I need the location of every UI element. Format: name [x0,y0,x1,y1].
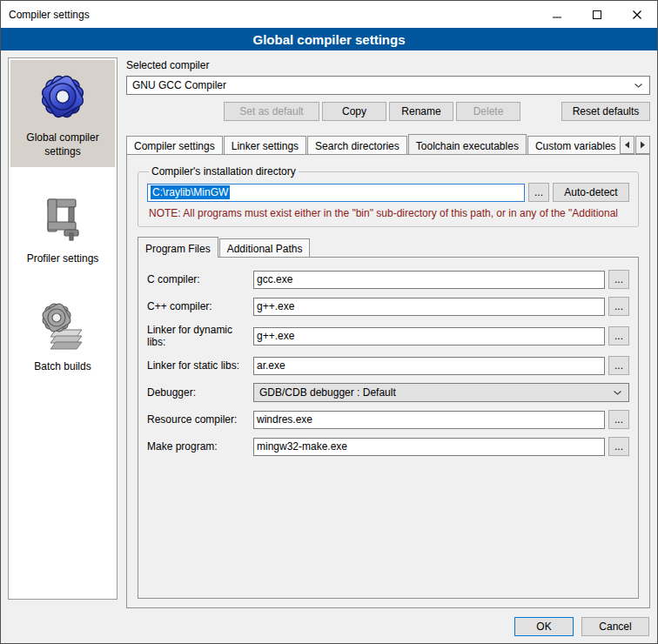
sidebar-item-profiler-settings[interactable]: Profiler settings [10,181,115,275]
make-program-input[interactable]: mingw32-make.exe [253,438,605,456]
copy-button[interactable]: Copy [322,102,386,121]
debugger-value: GDB/CDB debugger : Default [259,386,608,399]
cpp-compiler-browse-button[interactable]: ... [608,297,629,316]
resource-compiler-label: Resource compiler: [147,413,253,426]
tab-program-files[interactable]: Program Files [138,237,218,258]
rename-button[interactable]: Rename [389,102,453,121]
install-dir-browse-button[interactable]: ... [528,183,549,202]
tab-linker-settings[interactable]: Linker settings [224,136,306,154]
compiler-settings-window: Compiler settings Global compiler settin… [0,0,658,644]
main-content: Selected compiler GNU GCC Compiler Set a… [126,57,650,610]
dynamic-linker-input[interactable]: g++.exe [253,327,605,345]
static-linker-browse-button[interactable]: ... [608,356,629,375]
sidebar-item-global-compiler-settings[interactable]: Global compiler settings [10,60,115,167]
selected-compiler-label: Selected compiler [126,59,650,71]
install-dir-row: C:\raylib\MinGW ... Auto-detect [147,183,629,202]
tab-search-directories[interactable]: Search directories [307,136,407,154]
selected-compiler-select[interactable]: GNU GCC Compiler [126,76,650,95]
sidebar-item-label: Profiler settings [27,252,99,266]
resource-compiler-input[interactable]: windres.exe [253,411,605,429]
field-row: C compiler: gcc.exe ... [147,270,629,289]
window-controls [537,1,657,28]
make-program-browse-button[interactable]: ... [608,437,629,456]
tab-toolchain-executables[interactable]: Toolchain executables [408,134,527,154]
static-linker-label: Linker for static libs: [147,359,253,372]
c-compiler-input[interactable]: gcc.exe [253,271,605,289]
selected-compiler-value: GNU GCC Compiler [132,79,629,91]
blue-gear-icon [35,69,91,124]
field-row: C++ compiler: g++.exe ... [147,297,629,316]
install-dir-group-label: Compiler's installation directory [149,165,299,178]
install-dir-note: NOTE: All programs must exist either in … [149,207,628,219]
dynamic-linker-value: g++.exe [257,330,294,342]
dialog-footer: OK Cancel [1,610,657,643]
maximize-button[interactable] [577,1,617,28]
close-button[interactable] [617,1,657,28]
sidebar-item-label: Batch builds [34,360,91,374]
install-dir-group: Compiler's installation directory C:\ray… [138,165,639,227]
minimize-button[interactable] [537,1,577,28]
field-row: Linker for static libs: ar.exe ... [147,356,629,375]
close-icon [633,10,641,19]
field-row: Debugger: GDB/CDB debugger : Default [147,383,629,402]
chevron-down-icon [614,391,621,395]
auto-detect-button[interactable]: Auto-detect [553,183,629,202]
field-row: Linker for dynamic libs: g++.exe ... [147,324,629,348]
cpp-compiler-value: g++.exe [257,300,294,312]
static-linker-input[interactable]: ar.exe [253,357,605,375]
gray-gear-stack-icon [35,298,91,353]
sidebar-item-batch-builds[interactable]: Batch builds [10,289,115,383]
install-dir-selected-text: C:\raylib\MinGW [151,185,230,199]
arrow-right-icon [640,141,646,149]
cancel-button[interactable]: Cancel [581,617,649,636]
compiler-actions: Set as default Copy Rename Delete Reset … [126,102,650,121]
install-dir-input[interactable]: C:\raylib\MinGW [147,184,525,202]
c-compiler-label: C compiler: [147,273,253,285]
field-row: Resource compiler: windres.exe ... [147,410,629,429]
reset-defaults-button[interactable]: Reset defaults [561,102,650,121]
dynamic-linker-label: Linker for dynamic libs: [147,324,253,348]
make-program-label: Make program: [147,440,253,453]
make-program-value: mingw32-make.exe [257,440,347,453]
tab-scroll-left-button[interactable] [620,136,634,154]
maximize-icon [593,10,601,19]
tab-compiler-settings[interactable]: Compiler settings [126,136,223,154]
window-title: Compiler settings [1,9,90,21]
set-as-default-button[interactable]: Set as default [224,102,319,121]
resource-compiler-value: windres.exe [257,413,312,426]
tabstrip: Compiler settings Linker settings Search… [126,133,619,154]
ok-button[interactable]: OK [514,617,574,636]
settings-sidebar: Global compiler settings Profiler settin… [8,57,118,600]
tab-scroll-right-button[interactable] [635,136,650,154]
titlebar: Compiler settings [1,1,657,28]
arrow-left-icon [624,141,630,149]
dialog-body: Global compiler settings Profiler settin… [1,50,657,610]
minimize-icon [553,10,561,19]
program-files-tabbar: Program Files Additional Paths [138,236,639,257]
tab-additional-paths[interactable]: Additional Paths [219,238,311,257]
c-compiler-browse-button[interactable]: ... [608,270,629,289]
resource-compiler-browse-button[interactable]: ... [608,410,629,429]
cpp-compiler-input[interactable]: g++.exe [253,298,605,316]
settings-tabbar: Compiler settings Linker settings Search… [126,133,650,154]
debugger-select[interactable]: GDB/CDB debugger : Default [253,383,629,402]
delete-button[interactable]: Delete [456,102,520,121]
debugger-label: Debugger: [147,386,253,399]
field-row: Make program: mingw32-make.exe ... [147,437,629,456]
dialog-header: Global compiler settings [1,28,657,50]
static-linker-value: ar.exe [257,359,285,372]
tab-custom-variables[interactable]: Custom variables [527,136,619,154]
toolchain-executables-panel: Compiler's installation directory C:\ray… [126,154,650,608]
cpp-compiler-label: C++ compiler: [147,300,253,312]
c-compiler-value: gcc.exe [257,273,292,285]
program-files-panel: C compiler: gcc.exe ... C++ compiler: g+… [138,257,639,599]
dynamic-linker-browse-button[interactable]: ... [608,326,629,345]
sidebar-item-label: Global compiler settings [14,131,111,158]
chevron-down-icon [634,84,642,88]
tab-scroll-controls [619,136,650,154]
clamp-tool-icon [35,190,91,245]
